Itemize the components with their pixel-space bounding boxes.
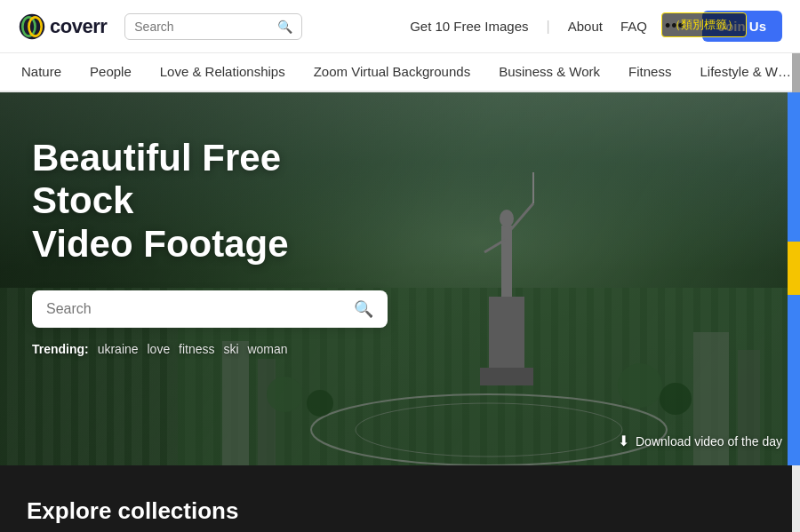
category-nav: Nature People Love & Relationships Zoom …: [0, 53, 800, 92]
svg-rect-16: [501, 226, 512, 297]
svg-rect-15: [480, 368, 533, 385]
logo[interactable]: coverr: [18, 12, 107, 41]
cat-nature[interactable]: Nature: [18, 53, 76, 92]
download-video-label: Download video of the day: [636, 434, 782, 449]
explore-section: Explore collections: [0, 465, 800, 532]
cat-love[interactable]: Love & Relationships: [146, 53, 300, 92]
trending-love[interactable]: love: [147, 342, 170, 356]
hero-section: Beautiful Free Stock Video Footage 🔍 Tre…: [0, 92, 800, 465]
trending-woman[interactable]: woman: [247, 342, 287, 356]
hero-trending: Trending: ukraine love fitness ski woman: [32, 342, 388, 356]
svg-point-10: [267, 377, 302, 412]
hero-title: Beautiful Free Stock Video Footage: [32, 137, 388, 266]
svg-point-12: [618, 363, 662, 408]
faq-link[interactable]: FAQ: [620, 19, 647, 34]
blue-sidebar-accent: [788, 92, 800, 465]
download-video-button[interactable]: ⬇ Download video of the day: [618, 433, 782, 449]
logo-icon: [18, 12, 46, 41]
hero-search-input[interactable]: [46, 301, 354, 317]
about-link[interactable]: About: [568, 19, 603, 34]
trending-ukraine[interactable]: ukraine: [98, 342, 139, 356]
cat-people[interactable]: People: [76, 53, 146, 92]
download-icon: ⬇: [618, 433, 629, 449]
header-search-input[interactable]: [134, 20, 277, 34]
hero-content: Beautiful Free Stock Video Footage 🔍 Tre…: [0, 92, 420, 356]
logo-text: coverr: [50, 15, 107, 38]
explore-title: Explore collections: [27, 497, 773, 525]
monument: [462, 119, 551, 389]
trending-ski[interactable]: ski: [223, 342, 238, 356]
cat-business[interactable]: Business & Work: [484, 53, 614, 92]
yellow-bar-accent: [788, 242, 800, 295]
svg-point-13: [660, 383, 692, 415]
hero-search-icon[interactable]: 🔍: [354, 299, 373, 319]
cat-fitness[interactable]: Fitness: [614, 53, 685, 92]
trending-fitness[interactable]: fitness: [179, 342, 214, 356]
svg-rect-6: [222, 341, 249, 465]
svg-point-11: [307, 390, 333, 417]
trending-label: Trending:: [32, 342, 89, 356]
svg-rect-7: [258, 359, 276, 465]
cat-lifestyle[interactable]: Lifestyle & W…: [685, 53, 800, 92]
header-search-box[interactable]: 🔍: [124, 13, 302, 40]
cat-zoom[interactable]: Zoom Virtual Backgrounds: [300, 53, 484, 92]
svg-point-17: [500, 210, 514, 227]
hero-search-bar[interactable]: 🔍: [32, 290, 388, 328]
get-free-images-link[interactable]: Get 10 Free Images: [410, 19, 528, 34]
header-search-icon: 🔍: [277, 20, 292, 34]
